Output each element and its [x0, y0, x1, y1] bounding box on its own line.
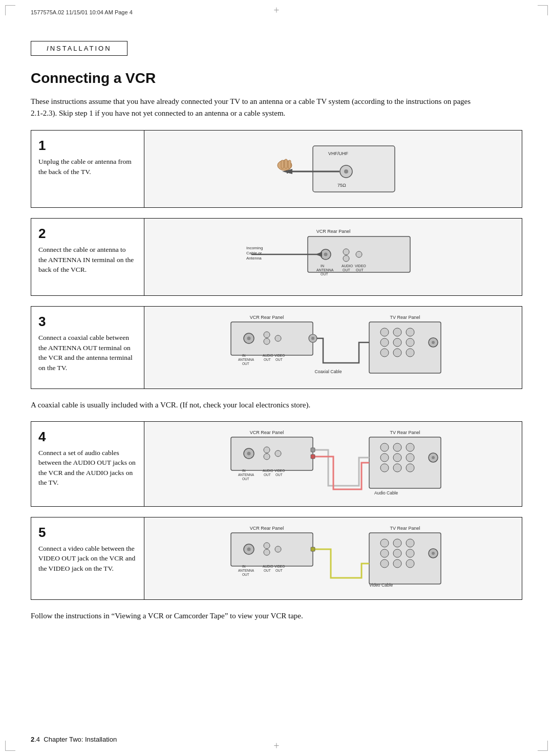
svg-text:ANTENNA: ANTENNA	[238, 358, 254, 361]
svg-rect-77	[369, 437, 441, 488]
svg-text:OUT: OUT	[275, 473, 283, 477]
svg-text:Video Cable: Video Cable	[369, 582, 393, 588]
svg-text:Audio Cable: Audio Cable	[374, 490, 398, 495]
svg-point-15	[324, 253, 327, 256]
svg-point-95	[247, 547, 250, 551]
footer-page-sub: .4	[34, 736, 40, 743]
svg-text:AUDIO: AUDIO	[263, 469, 273, 472]
svg-point-36	[264, 332, 270, 338]
svg-text:Antenna: Antenna	[246, 256, 262, 261]
svg-point-79	[380, 453, 389, 462]
svg-point-50	[380, 349, 389, 357]
svg-text:75Ω: 75Ω	[337, 183, 346, 188]
crop-mark-tl	[5, 5, 15, 15]
svg-rect-89	[311, 448, 315, 452]
step-2-svg: VCR Rear Panel IN ANTENNA OUT AUDIO OUT …	[236, 224, 431, 290]
svg-point-65	[247, 451, 250, 455]
svg-text:OUT: OUT	[321, 272, 329, 276]
svg-text:OUT: OUT	[275, 358, 283, 361]
step-5-number: 5	[38, 525, 136, 541]
svg-point-17	[343, 255, 349, 262]
svg-point-83	[393, 464, 401, 472]
svg-point-110	[380, 559, 389, 568]
svg-text:OUT: OUT	[264, 569, 271, 572]
interstitial-paragraph: A coaxial cable is usually included with…	[31, 399, 481, 411]
svg-point-85	[406, 453, 414, 462]
step-4-diagram: VCR Rear Panel IN ANTENNA OUT AUDIO OUT …	[144, 422, 522, 506]
step-3-svg: VCR Rear Panel IN ANTENNA OUT AUDIO OUT …	[200, 312, 466, 383]
svg-rect-9	[281, 160, 284, 168]
svg-text:Cable or: Cable or	[246, 251, 262, 255]
installation-header: INSTALLATION	[31, 41, 127, 56]
svg-point-78	[380, 443, 389, 451]
step-2-content: 2 Connect the cable or antenna to the AN…	[31, 219, 144, 295]
svg-text:TV Rear Panel: TV Rear Panel	[390, 526, 420, 531]
svg-point-68	[275, 450, 281, 457]
svg-rect-93	[231, 533, 313, 566]
svg-rect-47	[369, 322, 441, 373]
svg-point-55	[406, 338, 414, 347]
svg-point-16	[343, 249, 349, 255]
svg-text:VIDEO: VIDEO	[355, 264, 366, 268]
svg-text:OUT: OUT	[242, 362, 249, 365]
svg-point-58	[432, 341, 435, 344]
svg-text:OUT: OUT	[242, 477, 249, 481]
installation-label: INSTALLATION	[47, 45, 112, 52]
footer-chapter-label: Chapter Two: Installation	[44, 736, 117, 743]
svg-point-56	[406, 349, 414, 357]
svg-point-113	[393, 559, 401, 568]
crosshair-top	[271, 5, 282, 15]
print-meta: 1577575A.02 11/15/01 10:04 AM Page 4	[31, 9, 133, 15]
crop-mark-bl	[5, 741, 15, 751]
svg-text:OUT: OUT	[264, 473, 271, 477]
svg-point-114	[406, 539, 414, 547]
page-footer: 2.4 Chapter Two: Installation	[31, 736, 117, 743]
svg-text:TV Rear Panel: TV Rear Panel	[390, 430, 420, 435]
svg-point-108	[380, 539, 389, 547]
svg-rect-107	[369, 533, 441, 584]
step-1-svg: VHF/UHF 75Ω	[262, 136, 405, 202]
step-4-content: 4 Connect a set of audio cables between …	[31, 422, 144, 506]
svg-point-61	[311, 337, 314, 340]
svg-point-48	[380, 328, 389, 336]
svg-text:ANTENNA: ANTENNA	[238, 473, 254, 477]
svg-point-116	[406, 559, 414, 568]
svg-point-98	[275, 546, 281, 552]
svg-point-82	[393, 453, 401, 462]
svg-rect-90	[311, 455, 315, 459]
svg-rect-0	[313, 146, 395, 192]
svg-text:OUT: OUT	[343, 268, 351, 272]
svg-point-37	[264, 338, 270, 344]
svg-point-115	[406, 549, 414, 557]
svg-text:VCR Rear Panel: VCR Rear Panel	[316, 229, 350, 234]
svg-point-80	[380, 464, 389, 472]
crosshair-bottom	[271, 741, 282, 751]
svg-rect-119	[311, 547, 315, 551]
svg-text:VIDEO: VIDEO	[274, 469, 285, 472]
svg-point-112	[393, 549, 401, 557]
svg-text:VIDEO: VIDEO	[274, 354, 285, 357]
svg-rect-32	[231, 322, 313, 355]
step-3-diagram: VCR Rear Panel IN ANTENNA OUT AUDIO OUT …	[144, 307, 522, 388]
svg-point-88	[432, 456, 435, 459]
svg-rect-63	[231, 437, 313, 470]
svg-point-54	[406, 328, 414, 336]
svg-point-84	[406, 443, 414, 451]
svg-rect-11	[288, 160, 291, 168]
svg-text:OUT: OUT	[264, 358, 271, 361]
svg-point-86	[406, 464, 414, 472]
svg-text:IN: IN	[321, 264, 324, 268]
svg-text:IN: IN	[242, 565, 246, 568]
step-1-number: 1	[38, 138, 136, 154]
step-1-diagram: VHF/UHF 75Ω	[144, 131, 522, 207]
step-4-text: Connect a set of audio cables between th…	[38, 449, 136, 487]
step-5-svg: VCR Rear Panel IN ANTENNA OUT AUDIO OUT …	[200, 523, 466, 594]
svg-rect-10	[285, 159, 287, 168]
svg-point-97	[264, 549, 270, 555]
crop-mark-br	[538, 741, 548, 751]
svg-point-67	[264, 453, 270, 460]
step-3-text: Connect a coaxial cable between the ANTE…	[38, 334, 133, 372]
page-wrapper: 1577575A.02 11/15/01 10:04 AM Page 4 INS…	[0, 0, 553, 756]
step-3-number: 3	[38, 314, 136, 330]
intro-paragraph: These instructions assume that you have …	[31, 96, 481, 119]
